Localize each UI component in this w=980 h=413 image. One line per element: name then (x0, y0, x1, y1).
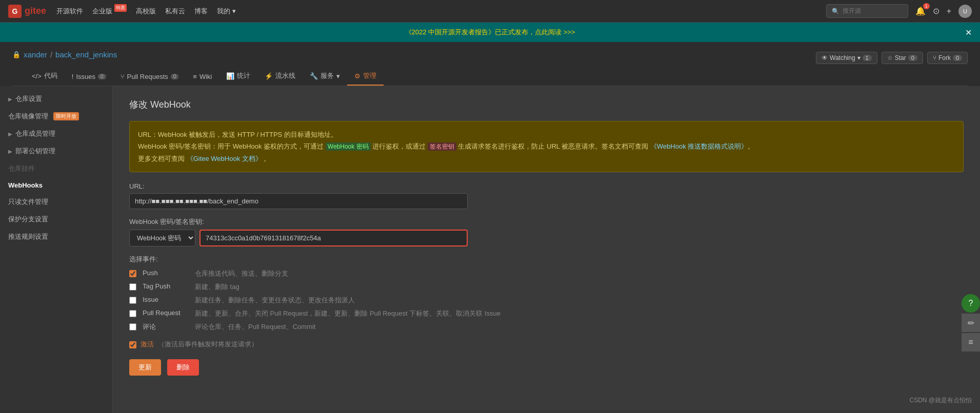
nav-item-enterprise[interactable]: 企业版 特惠 (92, 7, 127, 16)
code-icon: </> (32, 72, 42, 80)
repo-actions: 👁 Watching ▾ 1 ☆ Star 0 ⑂ Fork 0 (816, 52, 968, 64)
logo[interactable]: G gitee (8, 5, 46, 18)
pr-desc: 新建、更新、合并、关闭 Pull Request，新建、更新、删除 Pull R… (195, 309, 501, 318)
banner-link[interactable]: 《2022 中国开源开发者报告》已正式发布，点此阅读 >>> (405, 28, 575, 36)
pipeline-icon: ⚡ (265, 72, 273, 80)
csdn-watermark: CSDN @就是有点怕怕 (909, 396, 972, 405)
triangle-icon: ▶ (8, 96, 12, 102)
nav-item-mine[interactable]: 我的 ▾ (217, 7, 236, 16)
nav-item-opensource[interactable]: 开源软件 (56, 7, 83, 16)
right-float-buttons: ? ✏ ≡ (962, 294, 980, 352)
content-area: 修改 WebHook URL：WebHook 被触发后，发送 HTTP / HT… (113, 86, 980, 413)
chevron-down-icon: ▾ (232, 7, 236, 15)
repo-name-link[interactable]: back_end_jenkins (55, 50, 117, 59)
tab-services[interactable]: 🔧 服务 ▾ (303, 67, 347, 86)
page-title: 修改 WebHook (129, 98, 964, 111)
logo-text: gitee (25, 6, 46, 16)
banner-close-button[interactable]: ✕ (965, 28, 972, 37)
sidebar-item-members[interactable]: ▶ 仓库成员管理 (0, 125, 112, 142)
nav-item-university[interactable]: 高校版 (136, 7, 156, 16)
watching-button[interactable]: 👁 Watching ▾ 1 (816, 52, 877, 64)
active-checkbox[interactable] (129, 341, 136, 348)
watching-count: 1 (863, 55, 872, 61)
webhook-pwd-row: WebHook 密码 签名密钥 (129, 230, 468, 246)
search-placeholder: 搜开源 (843, 7, 861, 15)
nav-right: 🔍 搜开源 🔔 1 ⊙ + U (826, 4, 972, 18)
services-icon: 🔧 (310, 72, 318, 80)
more-button[interactable]: ≡ (962, 333, 980, 352)
star-button[interactable]: ☆ Star 0 (882, 52, 923, 64)
sidebar-item-widgets: 仓库挂件 (0, 160, 112, 177)
webhook-secret-form-group: WebHook 密码/签名密钥: WebHook 密码 签名密钥 (129, 217, 964, 246)
issues-badge: 0 (98, 74, 106, 79)
comment-checkbox[interactable] (129, 323, 136, 331)
lock-icon: 🔒 (12, 51, 21, 58)
sidebar-item-deploy-keys[interactable]: ▶ 部署公钥管理 (0, 142, 112, 160)
events-label: 选择事件: (129, 255, 964, 264)
issue-label: Issue (143, 296, 189, 303)
active-row: 激活 （激活后事件触发时将发送请求） (129, 340, 964, 349)
pr-checkbox[interactable] (129, 310, 136, 317)
sidebar-item-protected-branches[interactable]: 保护分支设置 (0, 211, 112, 228)
tab-wiki[interactable]: ≡ Wiki (186, 69, 219, 86)
action-buttons: 更新 删除 (129, 359, 964, 376)
stats-icon: 📊 (226, 72, 234, 80)
tab-manage[interactable]: ⚙ 管理 (347, 67, 384, 86)
sidebar-item-readonly-files[interactable]: 只读文件管理 (0, 193, 112, 211)
sidebar: ▶ 仓库设置 仓库镜像管理 限时开放 ▶ 仓库成员管理 ▶ 部署公钥管理 仓库挂… (0, 86, 113, 413)
fork-count: 0 (953, 55, 962, 61)
repo-owner-link[interactable]: xander (24, 50, 47, 59)
pr-label: Pull Request (143, 309, 189, 317)
nav-item-blog[interactable]: 博客 (194, 7, 208, 16)
event-comment: 评论 评论仓库、任务、Pull Request、Commit (129, 322, 964, 332)
url-input[interactable] (129, 193, 468, 209)
webhook-secret-input[interactable] (199, 230, 468, 246)
fork-icon: ⑂ (933, 54, 936, 61)
delete-button[interactable]: 删除 (167, 359, 199, 376)
manage-icon: ⚙ (354, 72, 361, 80)
event-issue: Issue 新建任务、删除任务、变更任务状态、更改任务指派人 (129, 296, 964, 305)
nav-item-private[interactable]: 私有云 (165, 7, 185, 16)
notification-badge: 1 (923, 3, 930, 9)
triangle-icon: ▶ (8, 131, 12, 137)
sidebar-item-repo-settings[interactable]: ▶ 仓库设置 (0, 90, 112, 108)
create-button[interactable]: + (947, 7, 951, 16)
repo-header: 🔒 xander / back_end_jenkins 👁 Watching ▾… (0, 42, 980, 86)
avatar[interactable]: U (958, 5, 972, 18)
fork-button[interactable]: ⑂ Fork 0 (927, 52, 968, 64)
fork-label: Fork (938, 54, 951, 61)
push-label: Push (143, 269, 189, 277)
star-count: 0 (908, 55, 917, 61)
explore-button[interactable]: ⊙ (933, 6, 939, 16)
webhook-type-select[interactable]: WebHook 密码 签名密钥 (129, 230, 195, 246)
sidebar-item-mirror[interactable]: 仓库镜像管理 限时开放 (0, 108, 112, 125)
feedback-button[interactable]: ✏ (962, 314, 980, 332)
tab-stats[interactable]: 📊 统计 (219, 67, 257, 86)
star-icon: ☆ (887, 54, 893, 61)
logo-icon: G (8, 5, 22, 18)
sidebar-item-webhooks[interactable]: WebHooks (0, 177, 112, 193)
tab-pipeline[interactable]: ⚡ 流水线 (257, 67, 303, 86)
comment-label: 评论 (143, 322, 189, 332)
path-separator: / (50, 50, 52, 59)
info-line3: 更多文档可查阅 《Gitee WebHook 文档》 。 (138, 153, 955, 164)
star-label: Star (895, 54, 906, 61)
tag-push-label: Tag Push (143, 282, 189, 290)
help-button[interactable]: ? (962, 294, 980, 313)
pr-icon: ⑂ (121, 73, 125, 80)
tab-code[interactable]: </> 代码 (25, 67, 65, 86)
triangle-icon: ▶ (8, 149, 12, 154)
tab-pullrequests[interactable]: ⑂ Pull Requests 0 (113, 69, 186, 86)
sign-key-highlight: 签名密钥 (428, 142, 456, 151)
info-box: URL：WebHook 被触发后，发送 HTTP / HTTPS 的目标通知地址… (129, 121, 964, 172)
gitee-webhook-doc-link[interactable]: 《Gitee WebHook 文档》 (187, 155, 262, 162)
issue-checkbox[interactable] (129, 297, 136, 304)
notifications-button[interactable]: 🔔 1 (915, 6, 926, 16)
search-box[interactable]: 🔍 搜开源 (826, 4, 908, 18)
tag-push-checkbox[interactable] (129, 283, 136, 291)
tab-issues[interactable]: ! Issues 0 (65, 69, 113, 86)
sidebar-item-push-rules[interactable]: 推送规则设置 (0, 228, 112, 245)
update-button[interactable]: 更新 (129, 359, 161, 376)
format-doc-link[interactable]: 《WebHook 推送数据格式说明》 (650, 142, 748, 150)
push-checkbox[interactable] (129, 270, 136, 277)
